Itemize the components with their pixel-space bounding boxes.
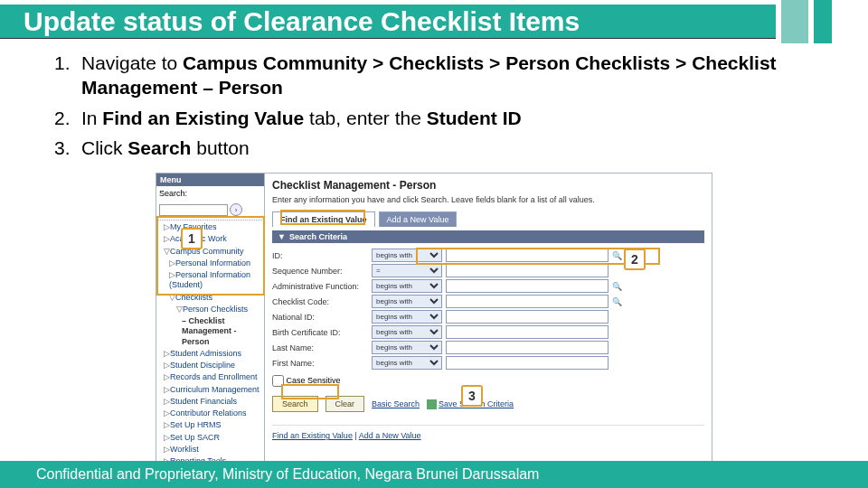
- step-2: 2. In Find an Existing Value tab, enter …: [54, 106, 814, 130]
- value-input[interactable]: [446, 249, 609, 262]
- nav-header: Menu: [156, 174, 264, 186]
- button-row: Search Clear Basic Search Save Search Cr…: [272, 396, 704, 412]
- operator-select[interactable]: =: [372, 264, 442, 277]
- operator-select[interactable]: begins with: [372, 279, 442, 293]
- field-label: Administrative Function:: [272, 282, 372, 291]
- nav-search-row: Search:: [156, 186, 264, 201]
- save-icon: [427, 399, 437, 409]
- nav-sep: [156, 220, 264, 221]
- operator-select[interactable]: begins with: [372, 325, 442, 339]
- field-label: National ID:: [272, 313, 372, 322]
- tab-find-existing[interactable]: Find an Existing Value: [272, 211, 375, 227]
- lookup-icon[interactable]: 🔍: [611, 280, 623, 292]
- search-button[interactable]: Search: [272, 396, 318, 412]
- title-background: Update status of Clearance Checklist Ite…: [0, 5, 776, 39]
- nav-item[interactable]: ▷Set Up SACR: [156, 432, 264, 444]
- app-window: Menu Search: › ▷My Favorites ▷Academic W…: [156, 173, 712, 488]
- operator-select[interactable]: begins with: [372, 341, 442, 354]
- value-input[interactable]: [446, 341, 609, 354]
- operator-select[interactable]: begins with: [372, 356, 442, 370]
- field-label: ID:: [272, 251, 372, 260]
- nav-item[interactable]: ▷Student Discipline: [156, 360, 264, 371]
- nav-item[interactable]: ▷Contributor Relations: [156, 408, 264, 419]
- instruction-list: 1. Navigate to Campus Community > Checkl…: [0, 43, 868, 171]
- value-input[interactable]: [446, 264, 609, 277]
- bottom-links: Find an Existing Value | Add a New Value: [272, 425, 704, 440]
- criteria-row: First Name:begins with: [272, 356, 704, 370]
- criteria-header: ▼Search Criteria: [272, 230, 704, 243]
- nav-search-go-icon[interactable]: ›: [230, 203, 242, 216]
- callout-1: 1: [181, 228, 203, 249]
- lookup-icon[interactable]: 🔍: [611, 296, 623, 307]
- lookup-icon[interactable]: 🔍: [611, 249, 623, 261]
- nav-item[interactable]: ▷Curriculum Management: [156, 384, 264, 396]
- field-label: Last Name:: [272, 343, 372, 352]
- nav-item[interactable]: ▷Worklist: [156, 444, 264, 455]
- operator-select[interactable]: begins with: [372, 249, 442, 262]
- callout-2: 2: [624, 249, 646, 270]
- main-panel: Checklist Management - Person Enter any …: [265, 174, 712, 488]
- basic-search-link[interactable]: Basic Search: [372, 399, 420, 408]
- operator-select[interactable]: begins with: [372, 310, 442, 324]
- tab-add-new[interactable]: Add a New Value: [379, 211, 458, 227]
- clear-button[interactable]: Clear: [326, 396, 365, 412]
- footer-text: Confidential and Proprietary, Ministry o…: [36, 466, 539, 483]
- nav-item[interactable]: ▷Academic Work: [156, 233, 264, 245]
- chevron-down-icon: ▼: [278, 232, 286, 241]
- value-input[interactable]: [446, 310, 609, 324]
- main-heading: Checklist Management - Person: [272, 179, 704, 192]
- criteria-row: National ID:begins with: [272, 310, 704, 324]
- case-sensitive-checkbox[interactable]: [272, 375, 284, 387]
- case-sensitive-row: Case Sensitive: [272, 375, 704, 387]
- nav-checklist-mgmt[interactable]: – Checklist Management - Person: [156, 315, 264, 348]
- step-1: 1. Navigate to Campus Community > Checkl…: [54, 51, 814, 100]
- bottom-add-new[interactable]: Add a New Value: [359, 431, 421, 440]
- page-title: Update status of Clearance Checklist Ite…: [24, 6, 580, 37]
- callout-3: 3: [461, 385, 483, 407]
- value-input[interactable]: [446, 295, 609, 308]
- nav-search-label: Search:: [159, 189, 187, 198]
- title-bar: Update status of Clearance Checklist Ite…: [0, 0, 868, 43]
- field-label: First Name:: [272, 359, 372, 368]
- decor-tab-1: [781, 0, 808, 43]
- nav-favorites[interactable]: ▷My Favorites: [156, 221, 264, 233]
- criteria-row: Administrative Function:begins with🔍: [272, 279, 704, 293]
- nav-item[interactable]: ▷Records and Enrollment: [156, 371, 264, 383]
- value-input[interactable]: [446, 325, 609, 339]
- criteria-row: Checklist Code:begins with🔍: [272, 295, 704, 308]
- main-hint: Enter any information you have and click…: [272, 195, 704, 204]
- nav-item[interactable]: ▷Student Admissions: [156, 348, 264, 360]
- nav-search-input[interactable]: [159, 204, 228, 216]
- tab-row: Find an Existing Value Add a New Value: [272, 211, 704, 227]
- nav-person-checklists[interactable]: ▽Person Checklists: [156, 304, 264, 315]
- screenshot-area: Menu Search: › ▷My Favorites ▷Academic W…: [0, 173, 868, 488]
- nav-campus-community[interactable]: ▽Campus Community: [156, 246, 264, 258]
- footer-bar: Confidential and Proprietary, Ministry o…: [0, 461, 868, 488]
- value-input[interactable]: [446, 356, 609, 370]
- value-input[interactable]: [446, 279, 609, 293]
- field-label: Checklist Code:: [272, 297, 372, 306]
- nav-item[interactable]: ▷Set Up HRMS: [156, 419, 264, 431]
- nav-panel: Menu Search: › ▷My Favorites ▷Academic W…: [156, 174, 265, 488]
- bottom-find-existing[interactable]: Find an Existing Value: [272, 431, 353, 440]
- decor-tab-2: [814, 0, 832, 43]
- nav-personal-info[interactable]: ▷Personal Information: [156, 258, 264, 269]
- criteria-row: Birth Certificate ID:begins with: [272, 325, 704, 339]
- field-label: Birth Certificate ID:: [272, 328, 372, 337]
- nav-search-input-row: ›: [156, 201, 264, 219]
- criteria-row: Last Name:begins with: [272, 341, 704, 354]
- field-label: Sequence Number:: [272, 267, 372, 276]
- nav-checklists[interactable]: ▽Checklists: [156, 292, 264, 304]
- case-sensitive-label: Case Sensitive: [287, 376, 341, 385]
- nav-item[interactable]: ▷Student Financials: [156, 396, 264, 408]
- operator-select[interactable]: begins with: [372, 295, 442, 308]
- nav-personal-info-student[interactable]: ▷Personal Information (Student): [156, 269, 264, 292]
- step-3: 3. Click Search button: [54, 136, 814, 160]
- screenshot-wrap: Menu Search: › ▷My Favorites ▷Academic W…: [156, 173, 712, 488]
